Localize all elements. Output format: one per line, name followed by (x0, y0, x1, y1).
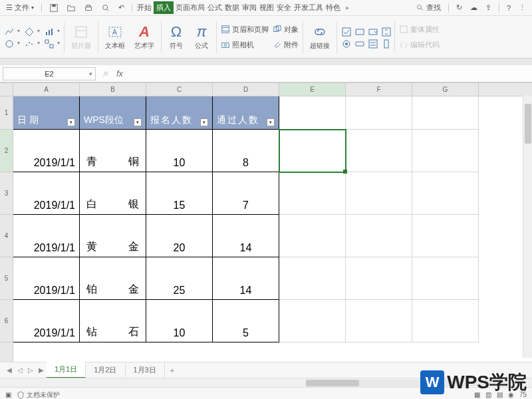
wordart-button[interactable]: A 艺术字 (132, 23, 157, 52)
sheet-nav-last[interactable]: ▶ (36, 366, 47, 374)
cell[interactable] (279, 172, 346, 215)
cell-date[interactable]: 2019/1/1 (13, 257, 80, 300)
cell[interactable] (346, 215, 412, 257)
help-icon[interactable]: ? (503, 3, 514, 13)
print-icon[interactable] (80, 2, 96, 14)
sheet-nav-next[interactable]: ▷ (25, 366, 36, 374)
vertical-scrollbar[interactable] (523, 96, 532, 358)
tab-page-layout[interactable]: 页面布局 (175, 1, 205, 14)
col-header-d[interactable]: D (213, 83, 279, 96)
cell-date[interactable]: 2019/1/1 (13, 300, 80, 342)
cell[interactable] (412, 215, 479, 257)
tab-devtools[interactable]: 开发工具 (293, 1, 324, 14)
sheet-tab-1[interactable]: 1月1日 (47, 362, 86, 378)
row-header-1[interactable]: 1 (0, 96, 13, 130)
row-header-5[interactable]: 5 (0, 257, 13, 300)
tab-special[interactable]: 特色 (325, 1, 341, 14)
select-all-corner[interactable] (0, 83, 13, 96)
tab-data[interactable]: 数据 (224, 1, 240, 14)
row-header-6[interactable]: 6 (0, 300, 13, 342)
preview-icon[interactable] (98, 2, 114, 14)
cloud-icon[interactable]: ☁ (467, 2, 481, 13)
col-header-f[interactable]: F (346, 83, 412, 96)
combo-control-icon[interactable] (368, 27, 377, 36)
cell-rank[interactable]: 钻石 (80, 300, 146, 342)
cell[interactable] (346, 130, 412, 172)
header-rank[interactable]: WPS段位▾ (80, 96, 146, 130)
more-menu-icon[interactable]: ⋮ (515, 2, 529, 13)
tab-view[interactable]: 视图 (259, 1, 275, 14)
tab-review[interactable]: 审阅 (241, 1, 257, 14)
cancel-formula-icon[interactable]: ✕ (100, 68, 110, 79)
scrollbar-thumb[interactable] (525, 104, 531, 144)
cell-signups[interactable]: 25 (146, 257, 213, 300)
scatter-icon[interactable] (24, 39, 33, 48)
attachment-button[interactable]: 附件 (273, 40, 299, 50)
textbox-button[interactable]: A 文本框 (102, 23, 128, 52)
folder-icon[interactable] (63, 2, 79, 14)
symbol-button[interactable]: Ω 符号 (166, 23, 187, 52)
radio-control-icon[interactable] (341, 39, 350, 48)
scroll-control-icon[interactable] (381, 39, 390, 48)
cell-date[interactable]: 2019/1/1 (13, 130, 80, 172)
formula-input[interactable] (129, 67, 529, 80)
shape-icon[interactable] (24, 27, 33, 36)
hyperlink-button[interactable]: 超链接 (307, 23, 332, 52)
header-signups[interactable]: 报名人数▾ (146, 96, 213, 130)
cell-date[interactable]: 2019/1/1 (13, 215, 80, 257)
cell[interactable] (279, 130, 346, 172)
sheet-tab-2[interactable]: 1月2日 (86, 362, 125, 378)
text-control-icon[interactable] (354, 27, 364, 36)
share-icon[interactable]: ⇪ (482, 2, 495, 13)
more-icon[interactable]: ▸ (342, 2, 353, 13)
tab-start[interactable]: 开始 (136, 1, 152, 14)
header-passed[interactable]: 通过人数▾ (213, 96, 279, 130)
tab-insert[interactable]: 插入 (154, 1, 174, 14)
cell[interactable] (279, 300, 346, 342)
cell-rank[interactable]: 黄金 (80, 215, 146, 257)
camera-button[interactable]: 照相机 (221, 40, 269, 50)
scrollbar-thumb[interactable] (306, 380, 359, 386)
button-control-icon[interactable] (354, 39, 364, 48)
cell-rank[interactable]: 青铜 (80, 130, 146, 172)
filter-icon[interactable]: ▾ (267, 118, 275, 126)
cell-rank[interactable]: 白银 (80, 172, 146, 215)
cell-signups[interactable]: 20 (146, 215, 213, 257)
cell[interactable] (346, 257, 412, 300)
circle-icon[interactable] (4, 39, 13, 48)
tab-formula[interactable]: 公式 (207, 1, 223, 14)
widget-props-button[interactable]: 窗体属性 (399, 25, 440, 35)
cell[interactable] (412, 96, 479, 130)
spin-control-icon[interactable] (381, 27, 390, 36)
col-header-e[interactable]: E (279, 83, 346, 96)
sheet-nav-prev[interactable]: ◁ (15, 366, 25, 374)
cell-signups[interactable]: 10 (146, 300, 213, 342)
line-chart-icon[interactable] (4, 27, 13, 36)
cell[interactable] (279, 96, 346, 130)
cell[interactable] (346, 300, 412, 342)
col-header-c[interactable]: C (146, 83, 213, 96)
checkbox-control-icon[interactable] (341, 27, 350, 36)
list-control-icon[interactable] (368, 39, 377, 48)
save-icon[interactable] (46, 2, 62, 14)
cell-rank[interactable]: 铂金 (80, 257, 146, 300)
cell[interactable] (412, 300, 479, 342)
cell-passed[interactable]: 5 (213, 300, 279, 342)
fx-icon[interactable]: fx (114, 68, 125, 79)
cell-signups[interactable]: 10 (146, 130, 213, 172)
search-button[interactable]: 查找 (413, 1, 444, 14)
cell[interactable] (279, 257, 346, 300)
filter-icon[interactable]: ▾ (200, 118, 208, 126)
protect-status[interactable]: 文档未保护 (17, 390, 60, 400)
cell[interactable] (412, 257, 479, 300)
object-button[interactable]: 对象 (273, 25, 299, 35)
cell-passed[interactable]: 14 (213, 257, 279, 300)
chart-icon[interactable] (44, 27, 53, 36)
col-header-g[interactable]: G (412, 83, 479, 96)
name-box[interactable]: E2 (3, 67, 96, 80)
row-header-4[interactable]: 4 (0, 215, 13, 257)
header-date[interactable]: 日期▾ (13, 96, 80, 130)
file-menu[interactable]: ☰ 文件 ▾ (3, 1, 37, 14)
add-sheet-button[interactable]: + (165, 366, 180, 374)
sheet-nav-first[interactable]: ◀ (4, 366, 15, 374)
